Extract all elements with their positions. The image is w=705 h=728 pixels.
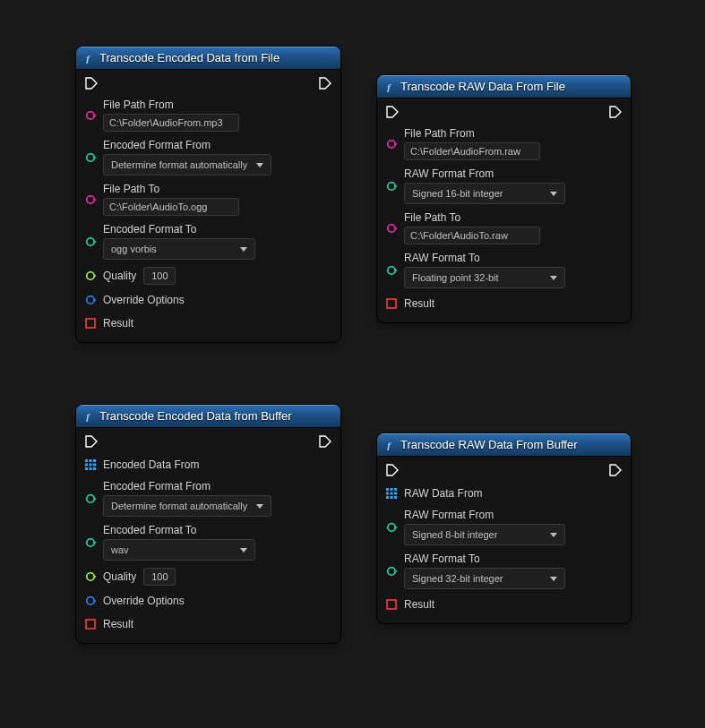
label-override-options: Override Options xyxy=(103,294,185,306)
node-transcode-encoded-buffer[interactable]: f Transcode Encoded Data from Buffer Enc… xyxy=(75,404,341,644)
exec-out-pin[interactable] xyxy=(609,106,622,118)
dropdown-encoded-format-from[interactable]: Determine format automatically xyxy=(103,495,271,517)
chevron-down-icon xyxy=(550,533,557,537)
pin-file-path-from[interactable] xyxy=(85,110,96,121)
exec-in-pin[interactable] xyxy=(386,464,399,476)
pin-result[interactable] xyxy=(386,298,397,309)
pin-raw-format-from[interactable] xyxy=(386,181,397,192)
dropdown-raw-format-from[interactable]: Signed 8-bit integer xyxy=(404,524,565,545)
label-raw-format-to: RAW Format To xyxy=(404,252,565,264)
dropdown-value: Determine format automatically xyxy=(111,159,247,170)
label-encoded-format-from: Encoded Format From xyxy=(103,480,271,492)
exec-in-pin[interactable] xyxy=(85,77,98,90)
dropdown-encoded-format-from[interactable]: Determine format automatically xyxy=(103,154,271,176)
chevron-down-icon xyxy=(550,276,557,280)
node-body: File Path From RAW Format From Signed 16… xyxy=(377,98,631,322)
label-encoded-format-from: Encoded Format From xyxy=(103,139,271,151)
node-header[interactable]: f Transcode RAW Data From File xyxy=(377,75,631,98)
label-quality: Quality xyxy=(103,570,136,583)
label-raw-format-from: RAW Format From xyxy=(404,509,565,521)
dropdown-value: Floating point 32-bit xyxy=(412,272,499,283)
dropdown-encoded-format-to[interactable]: ogg vorbis xyxy=(103,238,255,260)
pin-quality[interactable] xyxy=(85,270,96,281)
pin-override-options[interactable] xyxy=(85,595,96,606)
pin-file-path-from[interactable] xyxy=(386,139,397,150)
input-file-path-to[interactable] xyxy=(404,227,540,244)
dropdown-raw-format-from[interactable]: Signed 16-bit integer xyxy=(404,183,565,204)
pin-raw-data-from[interactable] xyxy=(386,488,397,499)
label-file-path-from: File Path From xyxy=(103,98,239,111)
label-encoded-data-from: Encoded Data From xyxy=(103,458,199,471)
pin-encoded-format-from[interactable] xyxy=(85,493,96,504)
label-encoded-format-to: Encoded Format To xyxy=(103,223,255,236)
pin-result[interactable] xyxy=(85,318,96,329)
function-icon: f xyxy=(82,410,94,423)
node-header[interactable]: f Transcode RAW Data From Buffer xyxy=(377,433,631,457)
node-body: Encoded Data From Encoded Format From De… xyxy=(76,428,340,643)
node-transcode-raw-buffer[interactable]: f Transcode RAW Data From Buffer RAW Dat… xyxy=(376,433,632,624)
function-icon: f xyxy=(383,81,395,93)
pin-file-path-to[interactable] xyxy=(85,194,96,205)
node-title: Transcode Encoded Data from Buffer xyxy=(99,409,292,423)
label-raw-format-to: RAW Format To xyxy=(404,552,565,565)
dropdown-value: Signed 32-bit integer xyxy=(412,573,503,584)
dropdown-value: ogg vorbis xyxy=(111,244,157,254)
input-file-path-to[interactable] xyxy=(103,198,239,216)
label-result: Result xyxy=(404,297,434,310)
label-raw-format-from: RAW Format From xyxy=(404,167,565,180)
pin-quality[interactable] xyxy=(85,571,96,582)
label-result: Result xyxy=(103,618,133,630)
pin-raw-format-from[interactable] xyxy=(386,522,397,533)
pin-encoded-format-from[interactable] xyxy=(85,152,96,163)
pin-encoded-format-to[interactable] xyxy=(85,236,96,247)
node-header[interactable]: f Transcode Encoded Data from File xyxy=(76,47,340,70)
node-body: RAW Data From RAW Format From Signed 8-b… xyxy=(377,457,631,623)
pin-encoded-format-to[interactable] xyxy=(85,537,96,548)
label-encoded-format-to: Encoded Format To xyxy=(103,524,255,536)
input-quality[interactable] xyxy=(143,568,176,586)
node-title: Transcode RAW Data From File xyxy=(400,80,565,93)
pin-file-path-to[interactable] xyxy=(386,223,397,234)
label-result: Result xyxy=(404,598,434,611)
chevron-down-icon xyxy=(550,192,557,196)
exec-out-pin[interactable] xyxy=(319,77,331,90)
input-file-path-from[interactable] xyxy=(103,114,239,132)
chevron-down-icon xyxy=(256,504,263,509)
label-file-path-to: File Path To xyxy=(404,211,540,224)
label-file-path-from: File Path From xyxy=(404,127,540,140)
exec-in-pin[interactable] xyxy=(386,106,399,118)
exec-in-pin[interactable] xyxy=(85,435,98,448)
label-result: Result xyxy=(103,317,133,330)
label-override-options: Override Options xyxy=(103,595,185,607)
pin-raw-format-to[interactable] xyxy=(386,566,397,577)
dropdown-value: Determine format automatically xyxy=(111,501,247,511)
exec-out-pin[interactable] xyxy=(609,464,622,476)
function-icon: f xyxy=(383,439,395,451)
chevron-down-icon xyxy=(550,577,557,581)
label-raw-data-from: RAW Data From xyxy=(404,487,483,500)
node-header[interactable]: f Transcode Encoded Data from Buffer xyxy=(76,405,340,428)
node-title: Transcode RAW Data From Buffer xyxy=(400,438,577,451)
label-quality: Quality xyxy=(103,270,136,282)
pin-raw-format-to[interactable] xyxy=(386,265,397,276)
node-transcode-raw-file[interactable]: f Transcode RAW Data From File File Path… xyxy=(376,74,632,323)
dropdown-raw-format-to[interactable]: Signed 32-bit integer xyxy=(404,568,565,589)
input-file-path-from[interactable] xyxy=(404,142,540,160)
chevron-down-icon xyxy=(256,163,263,167)
node-title: Transcode Encoded Data from File xyxy=(99,51,279,64)
function-icon: f xyxy=(82,52,94,64)
dropdown-encoded-format-to[interactable]: wav xyxy=(103,539,255,561)
input-quality[interactable] xyxy=(143,267,176,285)
exec-out-pin[interactable] xyxy=(319,435,331,448)
pin-override-options[interactable] xyxy=(85,295,96,305)
pin-result[interactable] xyxy=(85,619,96,630)
pin-result[interactable] xyxy=(386,599,397,610)
dropdown-value: Signed 16-bit integer xyxy=(412,188,503,199)
label-file-path-to: File Path To xyxy=(103,183,239,195)
node-transcode-encoded-file[interactable]: f Transcode Encoded Data from File File … xyxy=(75,46,341,343)
node-body: File Path From Encoded Format From Deter… xyxy=(76,70,340,342)
pin-encoded-data-from[interactable] xyxy=(85,459,96,470)
dropdown-raw-format-to[interactable]: Floating point 32-bit xyxy=(404,267,565,288)
dropdown-value: Signed 8-bit integer xyxy=(412,529,497,540)
chevron-down-icon xyxy=(240,247,247,252)
